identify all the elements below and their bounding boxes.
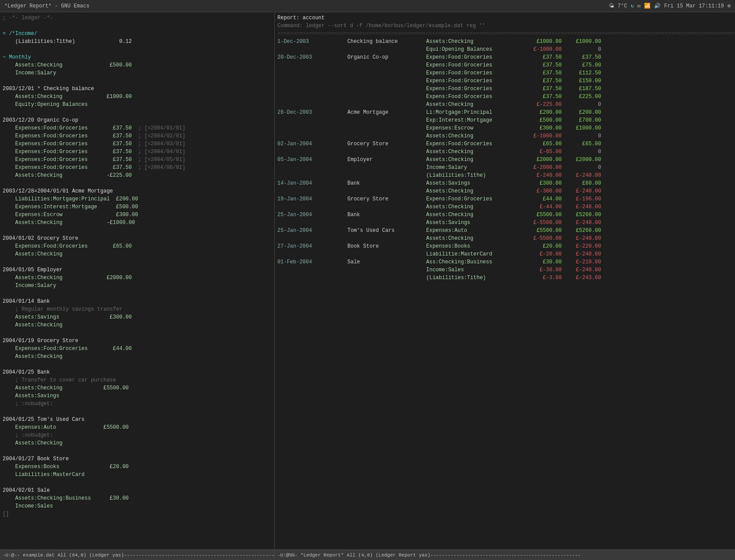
entry-amount: £-1000.00 bbox=[522, 46, 562, 53]
entry-date bbox=[277, 219, 347, 227]
entry-date bbox=[277, 234, 347, 242]
left-line: 2003/12/20 Organic Co-op bbox=[3, 116, 272, 124]
entry-amount: £2000.00 bbox=[522, 156, 562, 164]
entry-amount: £37.50 bbox=[522, 77, 562, 85]
entry-date bbox=[277, 274, 347, 282]
table-row: Expens:Food:Groceries£37.50£150.00 bbox=[277, 77, 732, 85]
entry-payee bbox=[347, 85, 426, 93]
entry-payee: Employer bbox=[347, 156, 426, 164]
left-line bbox=[3, 22, 272, 30]
entry-date bbox=[277, 124, 347, 132]
left-line: Expenses:Books £20.00 bbox=[3, 463, 272, 471]
entry-date bbox=[277, 250, 347, 258]
entry-account: Income:Sales bbox=[426, 266, 522, 274]
table-row: Exp:Interest:Mortgage£500.00£700.00 bbox=[277, 116, 732, 124]
entry-date: 1-Dec-2003 bbox=[277, 38, 347, 46]
entry-amount: £-20.00 bbox=[522, 250, 562, 258]
entry-amount: £37.50 bbox=[522, 93, 562, 101]
entry-amount: £37.50 bbox=[522, 85, 562, 93]
left-line: ; Transfer to cover car purchase bbox=[3, 376, 272, 384]
entry-amount: £300.00 bbox=[522, 124, 562, 132]
entry-date bbox=[277, 164, 347, 172]
left-pane[interactable]: ; -*- ledger -*- = /*Income/ (Liabilitie… bbox=[0, 12, 275, 550]
left-line: 2004/01/25 Tom's Used Cars bbox=[3, 416, 272, 424]
entry-amount: £-1000.00 bbox=[522, 132, 562, 140]
network-icon: 📶 bbox=[644, 3, 651, 9]
left-line: Income:Salary bbox=[3, 282, 272, 290]
entry-amount: £37.50 bbox=[522, 69, 562, 77]
entry-date bbox=[277, 116, 347, 124]
entry-account: Expenses:Escrow bbox=[426, 124, 522, 132]
table-row: Liabilitie:MasterCard£-20.00£-240.00 bbox=[277, 250, 732, 258]
entry-balance: 0 bbox=[562, 164, 601, 172]
left-line: Assets:Checking £1000.00 bbox=[3, 93, 272, 101]
entry-amount: £-225.00 bbox=[522, 101, 562, 108]
entry-payee: Sale bbox=[347, 258, 426, 266]
entry-payee: Organic Co-op bbox=[347, 53, 426, 61]
entry-date: 25-Jan-2004 bbox=[277, 211, 347, 219]
left-line: Assets:Checking bbox=[3, 321, 272, 329]
titlebar-title: *Ledger Report* - GNU Emacs bbox=[4, 3, 89, 9]
right-pane[interactable]: Report: account Command: ledger --sort d… bbox=[275, 12, 735, 550]
entry-account: Assets:Checking bbox=[426, 203, 522, 211]
left-line: Assets:Checking:Business £30.00 bbox=[3, 494, 272, 502]
report-label: Report: account bbox=[277, 14, 732, 22]
entry-amount: £-2000.00 bbox=[522, 164, 562, 172]
entry-amount: £500.00 bbox=[522, 116, 562, 124]
entry-balance: £-240.00 bbox=[562, 219, 601, 227]
entry-balance: £-240.00 bbox=[562, 234, 601, 242]
left-line: Assets:Checking £500.00 bbox=[3, 61, 272, 69]
left-line: Liabilities:MasterCard bbox=[3, 471, 272, 479]
left-line: Expenses:Food:Groceries £37.50 ; [=2004/… bbox=[3, 148, 272, 156]
table-row: Assets:Checking£-44.00£-240.00 bbox=[277, 203, 732, 211]
entry-balance: £700.00 bbox=[562, 116, 601, 124]
left-line: Expenses:Food:Groceries £37.50 ; [=2004/… bbox=[3, 164, 272, 172]
left-line: Expenses:Interest:Mortgage £500.00 bbox=[3, 203, 272, 211]
entry-date bbox=[277, 61, 347, 69]
entry-date bbox=[277, 46, 347, 53]
entry-date bbox=[277, 132, 347, 140]
entry-date: 01-Feb-2004 bbox=[277, 258, 347, 266]
entry-account: Assets:Savings bbox=[426, 219, 522, 227]
entry-payee bbox=[347, 219, 426, 227]
table-row: Expens:Food:Groceries£37.50£112.50 bbox=[277, 69, 732, 77]
entry-account: Assets:Checking bbox=[426, 38, 522, 46]
entry-balance: £-240.00 bbox=[562, 266, 601, 274]
entry-account: Expens:Food:Groceries bbox=[426, 140, 522, 148]
mail-icon: ✉ bbox=[637, 3, 640, 9]
entry-balance: £-196.00 bbox=[562, 195, 601, 203]
entry-amount: £-30.00 bbox=[522, 266, 562, 274]
entry-payee bbox=[347, 46, 426, 53]
table-row: 20-Dec-2003Organic Co-opExpens:Food:Groc… bbox=[277, 53, 732, 61]
settings-icon: ⚙ bbox=[728, 3, 731, 9]
entry-balance: £225.00 bbox=[562, 93, 601, 101]
entry-payee: Tom's Used Cars bbox=[347, 227, 426, 234]
left-line: 2004/01/27 Book Store bbox=[3, 455, 272, 463]
left-line bbox=[3, 77, 272, 85]
entry-payee bbox=[347, 274, 426, 282]
separator-line: ========================================… bbox=[277, 30, 732, 38]
entry-payee bbox=[347, 116, 426, 124]
entry-account: Expens:Food:Groceries bbox=[426, 61, 522, 69]
entry-payee bbox=[347, 164, 426, 172]
left-line: Assets:Checking bbox=[3, 353, 272, 360]
datetime: Fri 15 Mar 17:11:19 bbox=[664, 3, 724, 9]
titlebar-right: 🌤 7°C ↻ ✉ 📶 🔊 Fri 15 Mar 17:11:19 ⚙ bbox=[609, 3, 731, 9]
entry-account: Assets:Checking bbox=[426, 211, 522, 219]
statusbar: -U:@-- example.dat All (64,0) (Ledger ya… bbox=[0, 550, 735, 560]
table-row: (Liabilities:Tithe)£-240.00£-240.00 bbox=[277, 172, 732, 179]
left-line: 2004/01/19 Grocery Store bbox=[3, 337, 272, 345]
left-line: Income:Sales bbox=[3, 502, 272, 510]
left-line: Expenses:Food:Groceries £37.50 ; [=2004/… bbox=[3, 140, 272, 148]
table-row: Income:Sales£-30.00£-240.00 bbox=[277, 266, 732, 274]
entry-account: Expens:Food:Groceries bbox=[426, 85, 522, 93]
entry-account: Expenses:Books bbox=[426, 242, 522, 250]
entry-date bbox=[277, 101, 347, 108]
left-line: Assets:Checking -£225.00 bbox=[3, 172, 272, 179]
entry-payee: Book Store bbox=[347, 242, 426, 250]
entry-date bbox=[277, 69, 347, 77]
left-line bbox=[3, 290, 272, 298]
table-row: Assets:Savings£-5500.00£-240.00 bbox=[277, 219, 732, 227]
table-row: 19-Jan-2004Grocery StoreExpens:Food:Groc… bbox=[277, 195, 732, 203]
entry-date bbox=[277, 148, 347, 156]
